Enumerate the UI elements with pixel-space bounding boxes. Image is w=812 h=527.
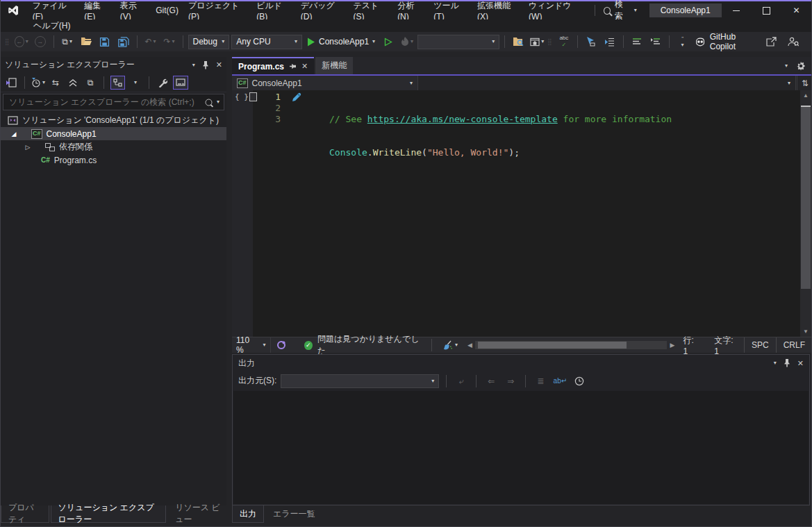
tab-output[interactable]: 出力 bbox=[232, 505, 264, 523]
menu-file[interactable]: ファイル(F) bbox=[28, 0, 80, 22]
nested-files-dropdown[interactable]: ▾ bbox=[129, 76, 142, 90]
navigate-back-button[interactable]: ←▾ bbox=[13, 34, 30, 49]
output-content[interactable] bbox=[233, 391, 809, 504]
nested-files-toggle-button[interactable] bbox=[110, 76, 125, 90]
hscroll-right-icon[interactable]: ▶ bbox=[670, 342, 674, 349]
pin-icon[interactable] bbox=[202, 61, 209, 69]
close-panel-icon[interactable]: ✕ bbox=[797, 359, 804, 368]
new-project-button[interactable]: ⧉▾ bbox=[59, 34, 76, 49]
expander-collapsed-icon[interactable]: ▷ bbox=[24, 144, 31, 151]
hot-reload-button[interactable]: ▾ bbox=[399, 34, 415, 49]
debug-target-combo[interactable]: ▾ bbox=[417, 35, 499, 49]
document-health-indicator[interactable]: ✓ 問題は見つかりませんでした bbox=[304, 333, 422, 357]
live-share-button[interactable] bbox=[785, 34, 802, 49]
tab-solution-explorer[interactable]: ソリューション エクスプローラー bbox=[51, 505, 167, 523]
eol-indicator[interactable]: CRLF bbox=[776, 337, 812, 353]
output-source-combo[interactable]: ▾ bbox=[281, 374, 439, 388]
close-panel-icon[interactable]: ✕ bbox=[216, 60, 222, 69]
scroll-up-icon[interactable]: ▲ bbox=[800, 90, 811, 101]
window-menu-icon[interactable]: ▾ bbox=[192, 62, 195, 68]
menu-extensions[interactable]: 拡張機能(X) bbox=[472, 0, 524, 22]
scrollbar-thumb[interactable] bbox=[478, 342, 627, 349]
word-wrap-button[interactable]: ab↵ bbox=[552, 374, 567, 388]
type-selector-combo[interactable]: ▾ bbox=[418, 76, 796, 90]
spaces-indicator[interactable]: SPC bbox=[744, 337, 776, 353]
spell-check-button[interactable]: abc ✓ bbox=[556, 34, 572, 49]
sync-with-active-document-button[interactable]: ⇆ bbox=[49, 76, 63, 90]
clear-all-button[interactable]: ≣ bbox=[533, 374, 548, 388]
expander-expanded-icon[interactable]: ◢ bbox=[10, 131, 17, 137]
menu-window[interactable]: ウィンドウ(W) bbox=[524, 0, 586, 22]
tab-program-cs[interactable]: Program.cs ✕ bbox=[232, 57, 314, 74]
menu-build[interactable]: ビルド(B) bbox=[251, 0, 296, 22]
menu-tools[interactable]: ツール(T) bbox=[429, 0, 472, 22]
gear-icon[interactable] bbox=[796, 61, 806, 71]
comment-button[interactable] bbox=[629, 34, 645, 49]
copilot-pen-icon[interactable] bbox=[292, 92, 301, 102]
scroll-down-icon[interactable]: ▼ bbox=[800, 326, 811, 337]
code-cleanup-button[interactable]: ▾ bbox=[442, 340, 458, 350]
tree-row-dependencies[interactable]: ▷ 依存関係 bbox=[1, 140, 226, 153]
start-without-debugging-button[interactable] bbox=[380, 34, 397, 49]
code-link[interactable]: https://aka.ms/new-console-template bbox=[367, 114, 558, 124]
toolbar-grip[interactable]: ⣿ bbox=[547, 38, 551, 45]
window-menu-icon[interactable]: ▾ bbox=[774, 360, 777, 366]
menu-git[interactable]: Git(G) bbox=[151, 6, 183, 15]
toolbar-overflow-button[interactable]: " ▾ bbox=[674, 34, 691, 49]
file-structure-icon[interactable]: { } bbox=[235, 92, 257, 101]
share-button[interactable] bbox=[763, 34, 779, 49]
zoom-select[interactable]: 110 % ▾ bbox=[232, 337, 271, 353]
intellicode-icon[interactable] bbox=[276, 340, 286, 350]
tree-row-solution[interactable]: ソリューション 'ConsoleApp1' (1/1 のプロジェクト) bbox=[1, 114, 226, 127]
hscroll-left-icon[interactable]: ◀ bbox=[467, 342, 472, 349]
goto-source-button[interactable]: ⤶ bbox=[454, 374, 469, 388]
tree-row-project[interactable]: ◢ C# ConsoleApp1 bbox=[1, 127, 226, 140]
menu-analyze[interactable]: 分析(N) bbox=[392, 0, 429, 22]
menu-help[interactable]: ヘルプ(H) bbox=[28, 20, 76, 32]
scrollbar-thumb[interactable] bbox=[801, 106, 811, 289]
solution-explorer-search-input[interactable] bbox=[8, 97, 201, 108]
uncomment-button[interactable] bbox=[647, 34, 664, 49]
start-debugging-button[interactable]: ConsoleApp1 ▾ bbox=[304, 37, 378, 47]
line-indicator[interactable]: 行: 1 bbox=[674, 335, 706, 356]
tree-row-programcs[interactable]: C# Program.cs bbox=[1, 153, 226, 167]
solution-platform-combo[interactable]: Any CPU▾ bbox=[231, 35, 302, 49]
split-window-button[interactable]: ⇅ bbox=[797, 76, 812, 90]
find-in-files-button[interactable] bbox=[510, 34, 527, 49]
editor-horizontal-scrollbar[interactable] bbox=[475, 341, 668, 349]
minimize-button[interactable] bbox=[722, 1, 752, 19]
toolbar-grip[interactable]: ⣿ bbox=[5, 38, 8, 45]
menu-view[interactable]: 表示(V) bbox=[115, 0, 151, 22]
save-all-button[interactable] bbox=[115, 34, 132, 49]
save-button[interactable] bbox=[97, 34, 113, 49]
select-pointer-button[interactable] bbox=[583, 34, 599, 49]
solution-explorer-header[interactable]: ソリューション エクスプローラー ▾ ✕ bbox=[1, 57, 226, 73]
menu-edit[interactable]: 編集(E) bbox=[79, 0, 115, 22]
menu-test[interactable]: テスト(S) bbox=[349, 0, 393, 22]
explorer-settings-button[interactable] bbox=[156, 76, 169, 90]
tab-properties[interactable]: プロパティ bbox=[1, 505, 49, 523]
pin-icon[interactable] bbox=[290, 62, 296, 70]
close-tab-icon[interactable]: ✕ bbox=[301, 62, 308, 71]
solution-configuration-combo[interactable]: Debug▾ bbox=[188, 35, 230, 49]
menu-project[interactable]: プロジェクト(P) bbox=[183, 0, 251, 22]
code-editor[interactable]: { } 1 2 3 // See https://aka.ms/new-cons… bbox=[232, 90, 799, 337]
maximize-button[interactable] bbox=[752, 1, 781, 19]
switch-views-button[interactable] bbox=[4, 76, 18, 90]
solution-explorer-search[interactable]: ▾ bbox=[3, 94, 224, 110]
next-message-button[interactable]: ⇒ bbox=[503, 374, 518, 388]
navigate-forward-button[interactable]: → bbox=[32, 34, 49, 49]
tab-whats-new[interactable]: 新機能 bbox=[315, 57, 353, 74]
properties-button[interactable]: ⧉ bbox=[83, 76, 97, 90]
editor-vertical-scrollbar[interactable]: ▲ ▼ bbox=[800, 90, 811, 337]
github-copilot-button[interactable]: GitHub Copilot bbox=[693, 34, 757, 49]
timestamp-button[interactable] bbox=[572, 374, 587, 388]
pin-icon[interactable] bbox=[784, 359, 790, 367]
preview-selected-items-button[interactable] bbox=[173, 76, 188, 90]
menu-debug[interactable]: デバッグ(D) bbox=[296, 0, 349, 22]
tab-resource-view[interactable]: リソース ビュー bbox=[167, 505, 231, 523]
close-button[interactable]: ✕ bbox=[781, 1, 811, 19]
column-indicator[interactable]: 文字: 1 bbox=[706, 335, 744, 356]
output-header[interactable]: 出力 ▾ ✕ bbox=[233, 355, 809, 371]
previous-message-button[interactable]: ⇐ bbox=[483, 374, 499, 388]
